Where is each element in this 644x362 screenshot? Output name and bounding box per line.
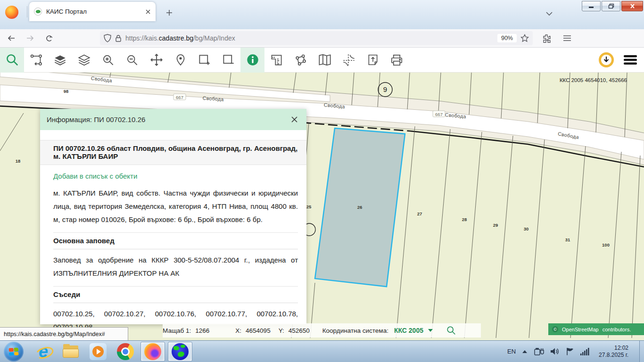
- taskbar-firefox-button[interactable]: [140, 342, 165, 362]
- measure-tool-button[interactable]: [264, 48, 289, 73]
- download-icon: [599, 52, 614, 67]
- tab-title: КАИС Портал: [46, 8, 141, 15]
- popup-close-icon[interactable]: [289, 114, 300, 125]
- browser-tab[interactable]: КАИС Портал: [29, 2, 156, 21]
- svg-text:667: 667: [176, 95, 183, 100]
- select-rectangle-add-tool-button[interactable]: [192, 48, 216, 73]
- layers-outline-tool-button[interactable]: [72, 48, 96, 73]
- taskbar-internet-explorer-button[interactable]: e: [31, 342, 56, 362]
- crs-dropdown[interactable]: ККС 2005: [394, 327, 423, 334]
- network-signal-icon[interactable]: [580, 348, 590, 355]
- map-tool-button[interactable]: [313, 48, 337, 73]
- firefox-icon: [144, 343, 161, 360]
- window-titlebar: КАИС Портал: [0, 0, 644, 29]
- y-coordinate-readout: Y:452650: [279, 327, 310, 334]
- download-tool-button[interactable]: [594, 48, 618, 73]
- tab-close-icon[interactable]: [145, 9, 151, 15]
- export-tool-button[interactable]: [361, 48, 385, 73]
- osm-link[interactable]: OpenStreetMap: [562, 327, 599, 332]
- taskbar-clock[interactable]: 12:02 27.8.2025 г.: [599, 345, 628, 359]
- taskbar-media-player-button[interactable]: [86, 342, 110, 362]
- popup-title: Информация: ПИ 00702.10.26: [47, 115, 289, 123]
- info-tool-button[interactable]: [240, 48, 264, 73]
- close-button[interactable]: [621, 1, 643, 11]
- firefox-logo-icon: [5, 6, 18, 19]
- route-tool-button[interactable]: [24, 48, 48, 73]
- svg-text:29: 29: [493, 222, 498, 228]
- volume-icon[interactable]: [550, 347, 560, 355]
- tab-list-chevron-icon[interactable]: [543, 8, 555, 20]
- svg-text:26: 26: [357, 205, 363, 210]
- taskbar-file-explorer-button[interactable]: [58, 342, 83, 362]
- map-menu-button[interactable]: [618, 48, 642, 73]
- copyright-icon: ©: [552, 326, 558, 332]
- extensions-puzzle-icon[interactable]: [539, 31, 553, 45]
- main-order-heading: Основна заповед: [53, 237, 298, 249]
- show-hidden-icons-button[interactable]: [522, 350, 528, 354]
- svg-text:30: 30: [524, 226, 529, 231]
- location-pin-tool-button[interactable]: [168, 48, 192, 73]
- map-corner-reference: ККС 2005 4654010, 452666: [560, 77, 627, 83]
- link-preview-tooltip: https://kais.cadastre.bg/bg/Map/Index#: [0, 327, 128, 340]
- windows-flag-icon: [9, 347, 19, 355]
- taskbar-gis-globe-button[interactable]: [168, 342, 192, 362]
- crs-label: Координатна система:: [322, 327, 388, 334]
- restore-button[interactable]: [602, 1, 620, 11]
- chrome-icon: [117, 343, 134, 360]
- svg-text:27: 27: [417, 211, 422, 216]
- add-to-object-list-link[interactable]: Добави в списък с обекти: [53, 172, 137, 180]
- main-order-section: Основна заповед Заповед за одобрение на …: [53, 232, 298, 280]
- back-button[interactable]: [4, 31, 19, 45]
- scale-readout: Мащаб 1:1266: [163, 327, 209, 334]
- svg-text:9: 9: [383, 85, 387, 93]
- taskbar-chrome-button[interactable]: [113, 342, 138, 362]
- map-toolbar: [0, 48, 644, 73]
- new-tab-button[interactable]: [163, 7, 175, 19]
- clock-time: 12:02: [599, 345, 628, 352]
- crs-dropdown-caret-icon[interactable]: [428, 329, 433, 332]
- select-rectangle-remove-tool-button[interactable]: [216, 48, 240, 73]
- print-tool-button[interactable]: [385, 48, 409, 73]
- show-desktop-button[interactable]: [639, 341, 644, 362]
- start-button[interactable]: [4, 342, 24, 362]
- popup-body: ПИ 00702.10.26 област Пловдив, община Ас…: [40, 130, 306, 334]
- minimize-button[interactable]: [582, 1, 601, 11]
- svg-text:28: 28: [462, 217, 467, 222]
- window-controls: [581, 1, 643, 11]
- polygon-measure-tool-button[interactable]: [289, 48, 313, 73]
- globe-icon: [172, 343, 189, 360]
- media-player-icon: [90, 343, 107, 360]
- ring-labels: 9: [383, 85, 387, 93]
- x-coordinate-readout: X:4654095: [235, 327, 270, 334]
- battery-icon[interactable]: [534, 347, 544, 356]
- app-menu-hamburger-icon[interactable]: [560, 31, 574, 45]
- svg-text:98: 98: [64, 89, 69, 94]
- parcel-info-popup: Информация: ПИ 00702.10.26 ПИ 00702.10.2…: [40, 109, 306, 324]
- forward-button[interactable]: [23, 31, 38, 45]
- zoom-out-tool-button[interactable]: [120, 48, 144, 73]
- clock-date: 27.8.2025 г.: [599, 352, 628, 359]
- map-status-bar: Мащаб 1:1266 X:4654095 Y:452650 Координа…: [163, 323, 481, 337]
- url-bar[interactable]: https://kais.cadastre.bg/bg/Map/Index 90…: [100, 31, 533, 45]
- main-order-text: Заповед за одобрение на КККР 300-5-52/08…: [53, 254, 298, 280]
- bookmark-star-icon[interactable]: [520, 34, 529, 42]
- svg-text:100: 100: [602, 242, 610, 247]
- tracking-shield-icon[interactable]: [104, 34, 111, 42]
- pan-tool-button[interactable]: [144, 48, 168, 73]
- parcel-details-text: м. КАТЪРЛИ БАИР, вид собств. Частна чужд…: [53, 187, 298, 226]
- url-text[interactable]: https://kais.cadastre.bg/bg/Map/Index: [125, 34, 494, 42]
- statusbar-search-icon[interactable]: [446, 325, 456, 336]
- zoom-in-tool-button[interactable]: [96, 48, 120, 73]
- search-tool-button[interactable]: [0, 48, 24, 73]
- language-indicator[interactable]: EN: [507, 348, 516, 355]
- layers-filled-tool-button[interactable]: [48, 48, 72, 73]
- lock-icon[interactable]: [115, 34, 122, 42]
- tab-separator: [27, 6, 27, 17]
- page-zoom-badge[interactable]: 90%: [497, 34, 517, 42]
- reload-button[interactable]: [41, 31, 57, 45]
- osm-attribution[interactable]: © OpenStreetMap contributors.: [548, 323, 644, 335]
- windows-taskbar: e EN 12:02: [0, 340, 644, 362]
- coordinate-grid-tool-button[interactable]: [337, 48, 361, 73]
- action-center-flag-icon[interactable]: [566, 347, 574, 355]
- browser-navbar: https://kais.cadastre.bg/bg/Map/Index 90…: [0, 29, 644, 48]
